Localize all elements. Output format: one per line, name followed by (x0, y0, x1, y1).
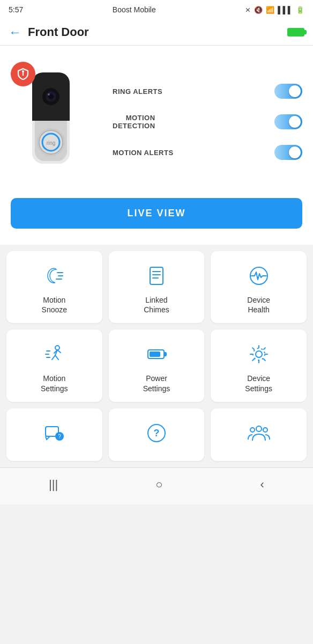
linked-chimes-label: LinkedChimes (144, 295, 169, 314)
ring-alerts-toggle[interactable] (274, 84, 302, 99)
motion-snooze-item[interactable]: MotionSnooze (6, 251, 102, 323)
nav-recents-button[interactable]: ||| (38, 475, 69, 494)
svg-line-24 (52, 355, 55, 360)
main-card: ring RING ALERTS MOTIONDETECTION MOTION … (0, 46, 313, 245)
toggle-row-ring-alerts: RING ALERTS (113, 84, 302, 99)
motion-settings-item[interactable]: MotionSettings (6, 330, 102, 401)
power-settings-icon (143, 340, 170, 368)
grid-row-3: ? ? (6, 408, 307, 461)
page-title: Front Door (28, 25, 287, 39)
grid-row-2: MotionSettings PowerSettings (6, 330, 307, 401)
svg-point-34 (256, 351, 262, 357)
bluetooth-icon: ⨯ (245, 6, 251, 14)
device-section: ring RING ALERTS MOTIONDETECTION MOTION … (11, 56, 302, 193)
device-health-icon (245, 262, 273, 290)
svg-point-22 (55, 346, 59, 350)
device-settings-item[interactable]: DeviceSettings (211, 330, 307, 401)
shared-users-icon (245, 419, 273, 447)
help-icon: ? (143, 419, 170, 447)
bottom-nav: ||| ○ ‹ (0, 467, 313, 504)
toggles-section: RING ALERTS MOTIONDETECTION MOTION ALERT… (113, 84, 302, 160)
svg-text:?: ? (58, 434, 62, 440)
app-header: ← Front Door (0, 19, 313, 46)
mute-icon: 🔇 (254, 6, 263, 14)
device-image-wrap: ring (11, 62, 102, 182)
grid-row-1: MotionSnooze LinkedChimes (6, 251, 307, 323)
svg-point-9 (48, 93, 50, 96)
linked-chimes-item[interactable]: LinkedChimes (109, 251, 205, 323)
battery-icon: 🔋 (296, 6, 304, 14)
help-item[interactable]: ? (109, 408, 205, 461)
status-icons: ⨯ 🔇 📶 ▌▌▌ 🔋 (245, 6, 304, 14)
nav-home-button[interactable]: ○ (145, 475, 173, 494)
feedback-item[interactable]: ? (6, 408, 102, 461)
device-settings-label: DeviceSettings (245, 374, 272, 393)
motion-settings-label: MotionSettings (41, 374, 68, 393)
svg-rect-17 (150, 267, 163, 284)
shared-users-item[interactable] (211, 408, 307, 461)
live-view-button[interactable]: LIVE VIEW (11, 198, 302, 229)
svg-point-1 (23, 71, 24, 72)
back-button[interactable]: ← (9, 25, 21, 40)
motion-alerts-label: MOTION ALERTS (113, 149, 174, 157)
svg-line-27 (57, 350, 61, 353)
ring-alerts-label: RING ALERTS (113, 87, 162, 96)
motion-snooze-label: MotionSnooze (42, 295, 67, 314)
device-health-item[interactable]: DeviceHealth (211, 251, 307, 323)
linked-chimes-icon (143, 262, 170, 290)
motion-settings-icon (40, 340, 68, 368)
status-time: 5:57 (9, 5, 23, 14)
svg-point-42 (250, 428, 255, 432)
motion-alerts-toggle[interactable] (274, 145, 302, 160)
motion-detection-toggle[interactable] (274, 114, 302, 129)
svg-point-43 (263, 428, 267, 432)
svg-rect-32 (164, 353, 166, 356)
carrier-label: Boost Mobile (113, 5, 156, 14)
feedback-icon: ? (40, 419, 68, 447)
svg-text:ring: ring (47, 140, 56, 146)
svg-rect-5 (32, 105, 70, 121)
device-settings-icon (245, 340, 273, 368)
status-bar: 5:57 Boost Mobile ⨯ 🔇 📶 ▌▌▌ 🔋 (0, 0, 313, 19)
power-settings-item[interactable]: PowerSettings (109, 330, 205, 401)
svg-point-35 (253, 348, 265, 360)
alert-badge (11, 62, 35, 86)
svg-text:?: ? (153, 428, 159, 438)
wifi-icon: 📶 (266, 6, 274, 14)
nav-back-button[interactable]: ‹ (250, 475, 275, 494)
toggle-row-motion-alerts: MOTION ALERTS (113, 145, 302, 160)
device-battery-icon (287, 28, 304, 36)
grid-section: MotionSnooze LinkedChimes (0, 245, 313, 461)
signal-icon: ▌▌▌ (278, 6, 293, 14)
motion-snooze-icon (40, 262, 68, 290)
svg-line-25 (55, 355, 58, 360)
toggle-row-motion-detection: MOTIONDETECTION (113, 114, 302, 130)
svg-rect-33 (150, 352, 160, 356)
svg-point-41 (256, 426, 262, 431)
power-settings-label: PowerSettings (143, 374, 170, 393)
device-health-label: DeviceHealth (247, 295, 270, 314)
motion-detection-label: MOTIONDETECTION (113, 114, 155, 130)
